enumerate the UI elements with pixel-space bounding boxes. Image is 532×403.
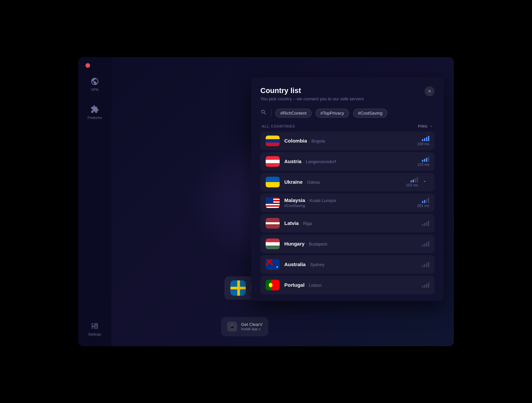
- bar: [422, 139, 423, 141]
- ping-area-hungary: [406, 241, 429, 247]
- country-info-portugal: Portugal · Lisbon: [284, 282, 401, 288]
- bar: [422, 286, 423, 288]
- filter-tag-richcontent[interactable]: #RichContent: [275, 109, 312, 118]
- country-row-australia[interactable]: ★ Australia · Sydney: [260, 255, 435, 274]
- get-app-card[interactable]: 📱 Get ClearV Install app c: [221, 317, 268, 336]
- sidebar-item-vpn[interactable]: VPN: [90, 77, 99, 92]
- bar: [417, 177, 418, 182]
- ping-value-ukraine: 152 ms: [406, 183, 418, 187]
- bar: [422, 265, 423, 267]
- ping-area-australia: [406, 262, 429, 267]
- puzzle-icon: [90, 105, 99, 114]
- country-city-ukraine: · Odesa: [305, 180, 320, 185]
- country-info-colombia: Colombia · Bogota: [284, 138, 401, 144]
- search-icon[interactable]: [260, 109, 267, 117]
- ping-bars-latvia: [422, 221, 429, 226]
- bar: [428, 241, 429, 247]
- country-name-colombia: Colombia: [284, 138, 307, 144]
- ping-bars-austria: [422, 156, 429, 162]
- country-name-malaysia: Malaysia: [284, 197, 305, 203]
- country-row-hungary[interactable]: Hungary · Budapest: [260, 235, 435, 253]
- filter-tag-costsaving[interactable]: #CostSaving: [353, 109, 388, 118]
- mobile-icon: 📱: [227, 322, 237, 332]
- ping-bars-portugal: [422, 282, 429, 288]
- country-info-austria: Austria · Langenzersdorf: [284, 158, 401, 164]
- country-city-austria: · Langenzersdorf: [304, 159, 336, 164]
- sidebar-item-features[interactable]: Features: [87, 105, 102, 120]
- modal-header: Country list You pick country – we conne…: [260, 86, 435, 101]
- bar: [426, 243, 427, 247]
- ping-area-colombia: 108 ms: [406, 136, 429, 146]
- modal-subtitle: You pick country – we connect you to our…: [260, 96, 364, 101]
- country-list-modal: Country list You pick country – we conne…: [251, 77, 444, 301]
- bar: [424, 138, 425, 141]
- traffic-light-close[interactable]: [85, 63, 90, 68]
- bar: [415, 178, 416, 182]
- ping-area-austria: 123 ms: [406, 156, 429, 166]
- app-window: VPN Features Settings Sweden 📱: [78, 57, 454, 346]
- bar: [422, 245, 423, 247]
- bar: [428, 156, 429, 162]
- settings-icon: [90, 322, 99, 330]
- bar: [426, 263, 427, 267]
- country-city-hungary: · Budapest: [307, 242, 327, 247]
- flag-austria: [266, 156, 280, 167]
- modal-title-area: Country list You pick country – we conne…: [260, 86, 364, 101]
- ping-area-portugal: [406, 282, 429, 288]
- flag-portugal: [266, 280, 280, 290]
- ping-bars-australia: [422, 262, 429, 267]
- country-row-malaysia[interactable]: Malaysia · Kuala Lumpur #CostSaving 281 …: [260, 193, 435, 212]
- ping-bars-colombia: [422, 136, 429, 141]
- ping-bars-malaysia: [422, 198, 429, 203]
- country-row-portugal[interactable]: Portugal · Lisbon: [260, 276, 435, 294]
- sidebar: VPN Features Settings: [78, 57, 111, 346]
- country-row-latvia[interactable]: Latvia · Riga: [260, 214, 435, 233]
- main-content: Sweden 📱 Get ClearV Install app c Countr…: [111, 57, 454, 346]
- country-row-colombia[interactable]: Colombia · Bogota 108 ms: [260, 132, 435, 150]
- bar: [424, 159, 425, 162]
- bar: [424, 244, 425, 247]
- bar: [426, 284, 427, 288]
- sidebar-vpn-label: VPN: [91, 88, 99, 92]
- bar: [428, 198, 429, 203]
- bar: [426, 158, 427, 162]
- country-row-austria[interactable]: Austria · Langenzersdorf 123 ms: [260, 152, 435, 171]
- filter-tag-topprivacy[interactable]: #TopPrivacy: [316, 109, 349, 118]
- flag-hungary: [266, 239, 280, 249]
- country-row-ukraine[interactable]: Ukraine · Odesa 152 ms: [260, 173, 435, 191]
- ping-value-colombia: 108 ms: [417, 142, 429, 146]
- ping-sort-button[interactable]: PING: [418, 124, 433, 128]
- country-name-hungary: Hungary: [284, 241, 305, 247]
- search-divider: [271, 109, 271, 117]
- bar: [428, 136, 429, 141]
- bar: [428, 282, 429, 288]
- country-list: Colombia · Bogota 108 ms: [260, 132, 435, 294]
- ping-value-malaysia: 281 ms: [417, 204, 429, 208]
- country-name-latvia: Latvia: [284, 220, 299, 226]
- country-city-australia: · Sydney: [308, 262, 325, 267]
- section-title: ALL COUNTRIES: [262, 124, 295, 128]
- modal-title: Country list: [260, 86, 364, 95]
- country-name-portugal: Portugal: [284, 282, 305, 288]
- bar: [422, 224, 423, 226]
- country-name-australia: Australia: [284, 261, 306, 267]
- flag-malaysia: [266, 197, 280, 208]
- country-info-malaysia: Malaysia · Kuala Lumpur #CostSaving: [284, 197, 401, 208]
- country-city-colombia: · Bogota: [309, 139, 325, 144]
- bar: [424, 223, 425, 226]
- country-name-ukraine: Ukraine: [284, 179, 303, 185]
- sidebar-settings-label: Settings: [88, 332, 101, 336]
- ping-area-latvia: [406, 221, 429, 226]
- country-tag-malaysia: #CostSaving: [284, 204, 401, 208]
- ping-area-ukraine: 152 ms: [406, 177, 429, 187]
- globe-icon: [90, 77, 99, 86]
- chevron-down-icon: [429, 124, 433, 128]
- ping-bars-hungary: [422, 241, 429, 247]
- modal-close-button[interactable]: ×: [425, 86, 435, 96]
- country-city-portugal: · Lisbon: [307, 283, 322, 288]
- sidebar-item-settings[interactable]: Settings: [88, 322, 101, 346]
- get-app-text: Get ClearV Install app c: [241, 322, 262, 331]
- bar: [422, 201, 423, 203]
- country-info-australia: Australia · Sydney: [284, 261, 401, 267]
- expand-icon-ukraine[interactable]: [422, 179, 427, 185]
